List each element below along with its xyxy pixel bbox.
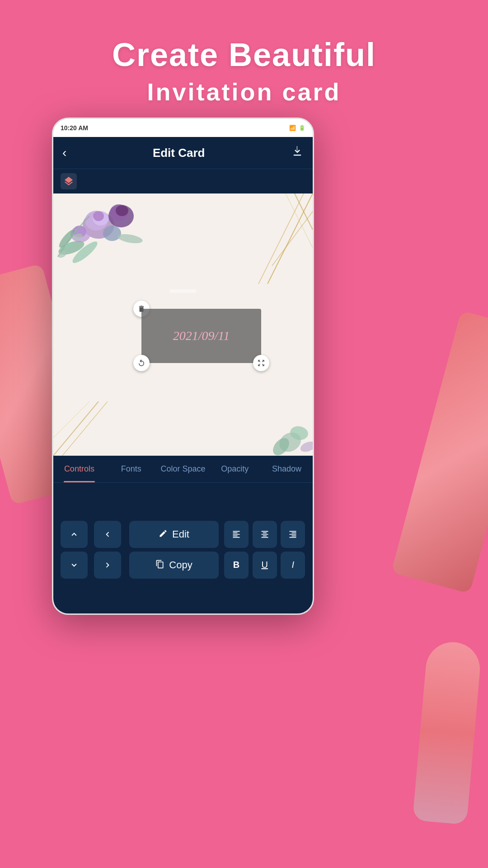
- underline-icon: U: [261, 560, 267, 570]
- svg-point-28: [299, 439, 313, 453]
- tab-color-space[interactable]: Color Space: [157, 456, 209, 482]
- tab-fonts[interactable]: Fonts: [105, 456, 157, 482]
- resize-handle[interactable]: [253, 355, 269, 371]
- rotate-handle[interactable]: [133, 355, 150, 371]
- bold-button[interactable]: B: [224, 552, 249, 579]
- toolbar-area: Controls Fonts Color Space Opacity Shado…: [53, 456, 313, 615]
- tab-opacity[interactable]: Opacity: [209, 456, 261, 482]
- svg-line-22: [53, 401, 99, 456]
- back-button[interactable]: ‹: [62, 146, 66, 160]
- svg-line-24: [53, 401, 89, 438]
- edit-label: Edit: [172, 528, 189, 540]
- card-canvas: 2021/09/11: [53, 193, 313, 456]
- copy-button[interactable]: Copy: [129, 552, 219, 579]
- svg-point-6: [116, 205, 128, 216]
- underline-button[interactable]: U: [253, 552, 277, 579]
- text-element-wrapper[interactable]: 2021/09/11: [141, 309, 261, 363]
- status-time: 10:20 AM: [61, 124, 88, 132]
- tab-shadow[interactable]: Shadow: [261, 456, 313, 482]
- text-element-content: 2021/09/11: [169, 325, 233, 347]
- arrow-left-button[interactable]: [94, 521, 121, 548]
- hero-title: Create Beautiful: [0, 36, 488, 73]
- copy-icon: [155, 559, 164, 571]
- svg-line-18: [258, 193, 304, 284]
- copy-label: Copy: [169, 559, 192, 571]
- status-icons: 📶 🔋: [289, 125, 305, 131]
- layers-icon[interactable]: [61, 173, 77, 189]
- controls-grid: Edit Copy: [53, 483, 313, 615]
- phone-mockup: 10:20 AM 📶 🔋 ‹ Edit Card: [52, 118, 314, 615]
- layers-bar: [53, 169, 313, 193]
- hero-subtitle: Invitation card: [0, 78, 488, 106]
- format-buttons: B U I: [224, 521, 305, 579]
- align-right-button[interactable]: [281, 521, 305, 548]
- floral-decoration-top-left: [53, 193, 153, 284]
- tab-controls[interactable]: Controls: [53, 456, 105, 482]
- header-title: Edit Card: [153, 146, 205, 160]
- battery-icon: 🔋: [299, 125, 305, 131]
- tab-bar: Controls Fonts Color Space Opacity Shado…: [53, 456, 313, 483]
- svg-point-9: [103, 226, 121, 241]
- floral-decoration-bottom-right: [240, 401, 313, 456]
- action-buttons: Edit Copy: [129, 521, 219, 579]
- download-button[interactable]: [291, 145, 304, 160]
- text-element-box[interactable]: 2021/09/11: [141, 309, 261, 363]
- status-bar: 10:20 AM 📶 🔋: [53, 119, 313, 137]
- bold-icon: B: [233, 560, 239, 570]
- svg-line-17: [267, 193, 313, 284]
- arrow-up-button[interactable]: [61, 521, 88, 548]
- arrow-pad: [61, 521, 124, 579]
- header-bar: ‹ Edit Card: [53, 137, 313, 169]
- signal-icon: 📶: [289, 125, 296, 131]
- svg-line-23: [62, 401, 108, 456]
- gold-lines-top-right: [231, 193, 313, 284]
- arrow-down-button[interactable]: [61, 552, 88, 579]
- align-left-button[interactable]: [224, 521, 249, 548]
- italic-icon: I: [292, 560, 295, 570]
- arrow-right-button[interactable]: [94, 552, 121, 579]
- scroll-indicator: [169, 289, 197, 293]
- hero-section: Create Beautiful Invitation card: [0, 36, 488, 106]
- pencil-icon: [159, 528, 168, 541]
- gold-lines-bottom-left: [53, 401, 126, 456]
- align-center-button[interactable]: [253, 521, 277, 548]
- svg-point-3: [93, 211, 104, 221]
- italic-button[interactable]: I: [281, 552, 305, 579]
- edit-button[interactable]: Edit: [129, 521, 219, 548]
- svg-line-20: [272, 212, 313, 266]
